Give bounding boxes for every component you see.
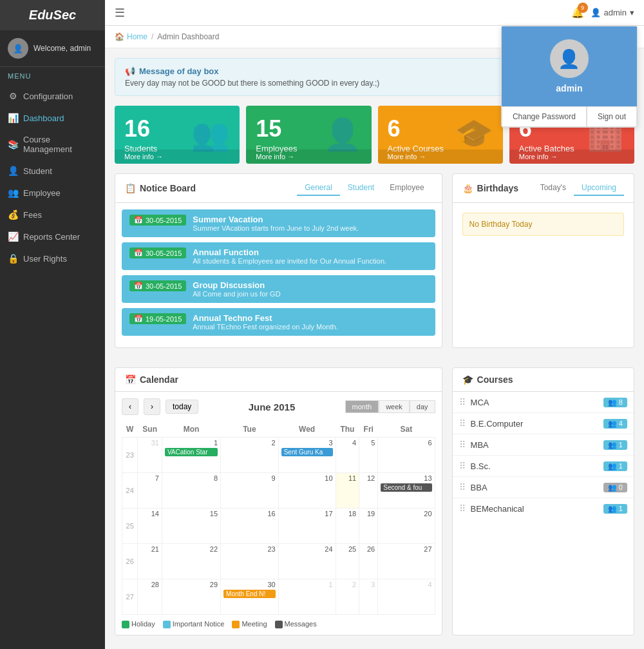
dropdown-buttons: Change Password Sign out xyxy=(502,106,637,127)
tab-employee[interactable]: Employee xyxy=(382,180,431,196)
sidebar-item-label: Student xyxy=(23,166,52,176)
col-week: W xyxy=(122,421,138,438)
breadcrumb-separator: / xyxy=(151,32,153,41)
table-row[interactable]: 26 xyxy=(359,544,378,579)
table-row[interactable]: 14 xyxy=(138,509,162,544)
table-row[interactable]: 13Second & fou xyxy=(378,473,435,509)
course-item[interactable]: ⠿ MCA 👥 8 xyxy=(453,392,634,413)
students-more[interactable]: More info → xyxy=(115,150,240,164)
table-row[interactable]: 29 xyxy=(162,579,220,615)
sidebar-welcome: Welcome, admin xyxy=(33,44,91,53)
calendar-event[interactable]: VACation Star xyxy=(165,448,218,456)
tab-general[interactable]: General xyxy=(297,180,340,196)
admin-dropdown-popup: 👤 admin Change Password Sign out xyxy=(501,26,638,128)
table-row[interactable]: 6 xyxy=(378,438,435,473)
table-row[interactable]: 21 xyxy=(138,544,162,579)
birthdays-title: 🎂 Birthdays xyxy=(462,183,519,193)
calendar-legend: Holiday Important Notice Meeting Message… xyxy=(122,620,435,628)
sidebar-item-student[interactable]: 👤 Student xyxy=(0,160,105,182)
cal-today-button[interactable]: today xyxy=(166,400,198,414)
course-item[interactable]: ⠿ BBA 👥 0 xyxy=(453,477,634,498)
table-row[interactable]: 17 xyxy=(278,509,336,544)
table-row[interactable]: 12 xyxy=(359,473,378,509)
legend-notice: Important Notice xyxy=(163,620,225,628)
table-row[interactable]: 3Sent Guru Ka xyxy=(278,438,336,473)
table-row[interactable]: 23 xyxy=(221,544,279,579)
sidebar-item-dashboard[interactable]: 📊 Dashboard xyxy=(0,107,105,129)
hamburger-icon[interactable]: ☰ xyxy=(115,6,125,20)
calendar-event[interactable]: Sent Guru Ka xyxy=(281,448,333,456)
table-row[interactable]: 20 xyxy=(378,509,435,544)
table-row[interactable]: 24 xyxy=(278,544,336,579)
course-item[interactable]: ⠿ MBA 👥 1 xyxy=(453,434,634,456)
table-row[interactable]: 2 xyxy=(221,438,279,473)
tab-student[interactable]: Student xyxy=(340,180,382,196)
courses-header: 🎓 Courses xyxy=(453,368,634,392)
table-row[interactable]: 18 xyxy=(336,509,359,544)
table-row[interactable]: 1 xyxy=(278,579,336,615)
courses-more[interactable]: More info → xyxy=(378,150,503,164)
table-row[interactable]: 11 xyxy=(336,473,359,509)
table-row[interactable]: 31 xyxy=(138,438,162,473)
notice-content-1: Annual Function All students & Employees… xyxy=(193,247,386,265)
table-row[interactable]: 5 xyxy=(359,438,378,473)
batches-more[interactable]: More info → xyxy=(509,150,634,164)
course-item[interactable]: ⠿ B.E.Computer 👥 4 xyxy=(453,413,634,434)
breadcrumb-home-link[interactable]: 🏠 Home xyxy=(115,32,147,41)
app-logo: EduSec xyxy=(0,0,105,30)
table-row[interactable]: 10 xyxy=(278,473,336,509)
table-row[interactable]: 1VACation Star xyxy=(162,438,220,473)
calendar-event[interactable]: Month End N! xyxy=(223,590,276,598)
table-row[interactable]: 8 xyxy=(162,473,220,509)
drag-handle-icon: ⠿ xyxy=(459,397,466,407)
admin-avatar-large: 👤 xyxy=(550,39,589,78)
change-password-button[interactable]: Change Password xyxy=(502,106,587,127)
table-row[interactable]: 28 xyxy=(138,579,162,615)
table-row[interactable]: 30Month End N! xyxy=(221,579,279,615)
cal-view-week[interactable]: week xyxy=(379,400,410,413)
cal-prev-button[interactable]: ‹ xyxy=(122,398,138,415)
notice-title-1: Annual Function xyxy=(193,247,386,257)
cal-view-day[interactable]: day xyxy=(410,400,435,413)
table-row[interactable]: 3 xyxy=(359,579,378,615)
admin-username: admin xyxy=(604,8,627,17)
sidebar-item-course-management[interactable]: 📚 Course Management xyxy=(0,129,105,160)
table-row[interactable]: 9 xyxy=(221,473,279,509)
student-icon: 👤 xyxy=(8,166,18,176)
table-row[interactable]: 25 xyxy=(336,544,359,579)
table-row[interactable]: 7 xyxy=(138,473,162,509)
admin-dropdown[interactable]: 👤 admin ▾ xyxy=(591,8,634,17)
notification-bell[interactable]: 🔔 9 xyxy=(571,6,584,19)
sidebar-item-label: Course Management xyxy=(23,135,97,154)
course-item[interactable]: ⠿ BEMechanical 👥 1 xyxy=(453,498,634,519)
table-row[interactable]: 19 xyxy=(359,509,378,544)
sidebar-item-reports[interactable]: 📈 Reports Center xyxy=(0,226,105,247)
employees-more[interactable]: More info → xyxy=(246,150,371,164)
calendar-sm-icon: 📅 xyxy=(134,249,143,257)
tab-upcoming[interactable]: Upcoming xyxy=(574,180,624,196)
week-num: 23 xyxy=(122,438,138,473)
course-item[interactable]: ⠿ B.Sc. 👥 1 xyxy=(453,456,634,477)
cal-next-button[interactable]: › xyxy=(144,398,160,415)
table-row[interactable]: 27 xyxy=(378,544,435,579)
sidebar-item-label: Dashboard xyxy=(23,113,64,123)
cal-view-month[interactable]: month xyxy=(345,400,379,413)
table-row[interactable]: 22 xyxy=(162,544,220,579)
sidebar-item-employee[interactable]: 👥 Employee xyxy=(0,182,105,204)
tab-todays[interactable]: Today's xyxy=(533,180,574,196)
calendar-event[interactable]: Second & fou xyxy=(381,483,431,492)
table-row[interactable]: 16 xyxy=(221,509,279,544)
sidebar-item-configuration[interactable]: ⚙ Configuration xyxy=(0,85,105,107)
notice-board-tabs: General Student Employee xyxy=(297,180,431,196)
employees-icon: 👤 xyxy=(323,117,362,153)
notification-count: 9 xyxy=(578,3,588,13)
sign-out-button[interactable]: Sign out xyxy=(587,106,637,127)
content-area: 📢 Message of day box Every day may not b… xyxy=(105,48,644,649)
sidebar-item-fees[interactable]: 💰 Fees xyxy=(0,204,105,226)
table-row[interactable]: 4 xyxy=(378,579,435,615)
sidebar-item-user-rights[interactable]: 🔒 User Rights xyxy=(0,247,105,269)
courses-icon: 🎓 xyxy=(455,117,493,153)
table-row[interactable]: 2 xyxy=(336,579,359,615)
table-row[interactable]: 4 xyxy=(336,438,359,473)
table-row[interactable]: 15 xyxy=(162,509,220,544)
